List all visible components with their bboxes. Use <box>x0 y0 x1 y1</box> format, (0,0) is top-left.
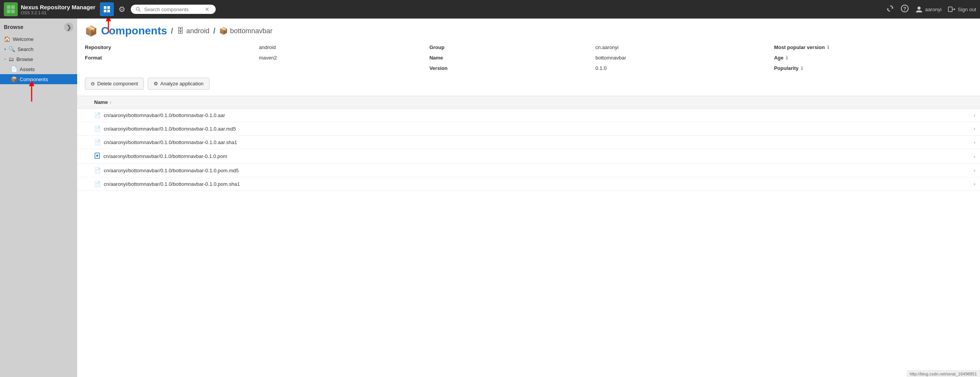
group-label: Group <box>425 43 591 51</box>
sort-icon: ↑ <box>109 100 112 105</box>
table-name-header[interactable]: Name ↑ <box>94 99 975 105</box>
chevron-right-icon: › <box>973 153 975 160</box>
user-menu: aaronyi <box>915 5 942 13</box>
svg-rect-15 <box>948 7 952 12</box>
app-subtitle: OSS 3.2.1-01 <box>21 10 95 15</box>
analyze-label: Analyze application <box>161 81 204 87</box>
svg-marker-17 <box>954 8 955 10</box>
version-label: Version <box>425 64 591 72</box>
metadata-section: Repository android Group cn.aaronyi Most… <box>77 40 980 74</box>
search-icon: 🔍 <box>8 46 15 52</box>
age-label: Age <box>774 54 784 62</box>
row-name: cn/aaronyi/bottomnavbar/0.1.0/bottomnavb… <box>104 139 973 145</box>
popularity-section: Popularity ℹ <box>774 64 972 72</box>
table-header: Name ↑ <box>77 96 980 109</box>
most-popular-info-icon[interactable]: ℹ <box>827 44 829 50</box>
settings-button[interactable]: ⚙ <box>117 3 127 15</box>
svg-marker-21 <box>106 19 111 21</box>
delete-icon: ⊖ <box>91 81 95 87</box>
svg-rect-2 <box>7 10 10 13</box>
breadcrumb-sep1: / <box>171 27 173 36</box>
delete-component-button[interactable]: ⊖ Delete component <box>85 78 144 90</box>
file-icon: 📄 <box>94 126 101 132</box>
breadcrumb-comp-name: bottomnavbar <box>230 27 272 35</box>
row-name: cn/aaronyi/bottomnavbar/0.1.0/bottomnavb… <box>103 153 973 159</box>
sidebar-item-label: Welcome <box>13 36 34 42</box>
sidebar-item-label: Browse <box>16 56 33 62</box>
breadcrumb: 📦 Components / 🗄 android / 📦 bottomnavba… <box>77 19 980 40</box>
sidebar-title: Browse <box>4 24 24 30</box>
popularity-info-icon[interactable]: ℹ <box>801 65 803 71</box>
popularity-label: Popularity <box>774 64 799 72</box>
sidebar-item-label: Assets <box>20 66 35 72</box>
table-row[interactable]: 📄 cn/aaronyi/bottomnavbar/0.1.0/bottomna… <box>77 109 980 122</box>
svg-marker-19 <box>29 80 34 86</box>
breadcrumb-repo: 🗄 android <box>177 27 210 35</box>
main-layout: Browse ❯ 🏠 Welcome + 🔍 Search − 🗂 Browse… <box>0 19 980 377</box>
topnav: Nexus Repository Manager OSS 3.2.1-01 ⚙ … <box>0 0 980 19</box>
sidebar-item-components[interactable]: 📦 Components <box>0 74 77 84</box>
breadcrumb-wrapper: 📦 Components / 🗄 android / 📦 bottomnavba… <box>77 19 980 40</box>
row-name: cn/aaronyi/bottomnavbar/0.1.0/bottomnavb… <box>104 126 973 132</box>
table-row[interactable]: cn/aaronyi/bottomnavbar/0.1.0/bottomnavb… <box>77 149 980 164</box>
chevron-right-icon: › <box>973 126 975 132</box>
search-clear-button[interactable]: ✕ <box>205 6 210 12</box>
topnav-right: ? aaronyi Sign out <box>886 4 976 15</box>
browse-nav-button[interactable] <box>100 2 114 16</box>
home-icon: 🏠 <box>4 36 10 42</box>
most-popular-section: Most popular version ℹ <box>774 43 972 51</box>
app-title: Nexus Repository Manager <box>21 4 95 10</box>
user-icon <box>915 5 923 13</box>
signout-button[interactable]: Sign out <box>948 5 976 13</box>
refresh-button[interactable] <box>886 4 894 15</box>
delete-label: Delete component <box>97 81 138 87</box>
search-input[interactable] <box>144 7 202 12</box>
svg-line-9 <box>139 10 141 12</box>
sidebar-item-welcome[interactable]: 🏠 Welcome <box>0 34 77 44</box>
table-row[interactable]: 📄 cn/aaronyi/bottomnavbar/0.1.0/bottomna… <box>77 122 980 136</box>
assets-table: Name ↑ 📄 cn/aaronyi/bottomnavbar/0.1.0/b… <box>77 96 980 191</box>
sidebar: Browse ❯ 🏠 Welcome + 🔍 Search − 🗂 Browse… <box>0 19 77 377</box>
chevron-right-icon: › <box>973 139 975 145</box>
comp-icon: 📦 <box>219 27 228 35</box>
logo-icon <box>4 2 18 16</box>
pom-icon <box>94 153 100 160</box>
sidebar-collapse-button[interactable]: ❯ <box>64 22 73 32</box>
help-button[interactable]: ? <box>901 4 909 15</box>
status-url: http://blog.csdn.net/sinat_16498851 <box>910 372 977 376</box>
age-section: Age ℹ <box>774 54 972 62</box>
name-value: bottomnavbar <box>592 54 772 62</box>
actions-bar: ⊖ Delete component ⚙ Analyze application <box>77 74 980 96</box>
statusbar: http://blog.csdn.net/sinat_16498851 <box>907 370 980 377</box>
content-area: 📦 Components / 🗄 android / 📦 bottomnavba… <box>77 19 980 377</box>
sidebar-item-search[interactable]: + 🔍 Search <box>0 44 77 54</box>
file-icon: 📄 <box>94 139 101 145</box>
analyze-application-button[interactable]: ⚙ Analyze application <box>148 78 210 90</box>
svg-rect-7 <box>107 10 110 12</box>
sidebar-item-assets[interactable]: 📄 Assets <box>0 64 77 74</box>
most-popular-label: Most popular version <box>774 43 825 51</box>
db-icon: 🗄 <box>177 27 184 35</box>
sidebar-item-browse[interactable]: − 🗂 Browse <box>0 54 77 64</box>
file-icon: 📄 <box>94 112 101 118</box>
row-name: cn/aaronyi/bottomnavbar/0.1.0/bottomnavb… <box>104 181 973 187</box>
svg-rect-1 <box>11 5 15 9</box>
username-label: aaronyi <box>925 7 942 12</box>
format-label: Format <box>85 54 254 62</box>
svg-text:?: ? <box>903 6 906 12</box>
file-icon: 📄 <box>94 181 101 187</box>
app-logo: Nexus Repository Manager OSS 3.2.1-01 <box>4 2 95 16</box>
row-name: cn/aaronyi/bottomnavbar/0.1.0/bottomnavb… <box>104 112 973 118</box>
name-col-label: Name <box>94 99 108 105</box>
sidebar-item-label: Search <box>17 46 33 52</box>
name-label: Name <box>425 54 591 62</box>
app-title-block: Nexus Repository Manager OSS 3.2.1-01 <box>21 4 95 15</box>
age-info-icon[interactable]: ℹ <box>786 55 788 61</box>
table-row[interactable]: 📄 cn/aaronyi/bottomnavbar/0.1.0/bottomna… <box>77 136 980 149</box>
breadcrumb-icon: 📦 <box>85 25 97 37</box>
analyze-icon: ⚙ <box>154 81 158 87</box>
table-row[interactable]: 📄 cn/aaronyi/bottomnavbar/0.1.0/bottomna… <box>77 177 980 191</box>
version-value: 0.1.0 <box>592 64 772 72</box>
svg-rect-3 <box>11 10 15 13</box>
table-row[interactable]: 📄 cn/aaronyi/bottomnavbar/0.1.0/bottomna… <box>77 164 980 177</box>
